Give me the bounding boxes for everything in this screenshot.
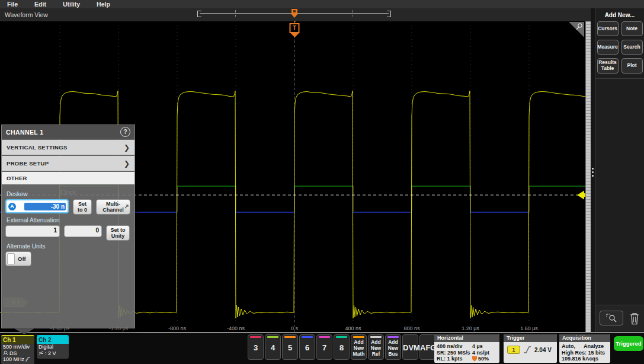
waveform-view-title: Waveform View <box>5 11 48 18</box>
expand-corner-icon <box>124 205 129 209</box>
channel-color-bar <box>387 336 399 338</box>
channel-3-button[interactable]: 3 <box>248 334 264 360</box>
zoom-tool-button[interactable] <box>600 311 623 325</box>
ch2-badge[interactable]: Ch 2 Digital : 2 V <box>37 335 69 359</box>
dvm-button[interactable]: DVM <box>402 334 418 360</box>
button-label: DVM <box>403 343 418 352</box>
ch1-badge[interactable]: Ch 1 500 mV/div DS 100 MHz <box>1 335 34 364</box>
acquisition-panel[interactable]: Acquisition Auto, Analyze High Res: 15 b… <box>559 334 610 363</box>
axis-tick-label: 0 s <box>291 325 298 331</box>
external-attenuation-label: External Attenuation <box>7 217 131 223</box>
horizontal-value: 4 ns/pt <box>472 350 497 356</box>
deskew-input[interactable]: A -30 n <box>5 199 69 213</box>
axis-tick-label: 1.20 µs <box>462 325 479 331</box>
alternate-units-toggle[interactable]: Off <box>5 251 31 266</box>
section-vertical-settings[interactable]: VERTICAL SETTINGS ❯ <box>2 140 134 155</box>
menu-utility[interactable]: Utility <box>63 1 80 8</box>
trigger-body: 1 2.04 V <box>504 342 557 354</box>
horizontal-value: 4 µs <box>472 343 497 350</box>
ch2-header: Ch 2 <box>37 336 69 344</box>
trash-button[interactable] <box>629 311 640 325</box>
ruler-divider <box>353 10 353 17</box>
section-other[interactable]: OTHER <box>2 172 134 184</box>
channel-4-button[interactable]: 4 <box>265 334 281 360</box>
axis-tick-label: 1.60 µs <box>520 325 538 331</box>
trigger-source-badge: 1 <box>507 346 520 354</box>
dialog-titlebar[interactable]: CHANNEL 1 ? <box>2 125 134 139</box>
acquisition-body: Auto, Analyze High Res: 15 bits 109.816 … <box>559 342 610 363</box>
oscilloscope-app: File Edit Utility Help Waveform View Clo… <box>0 0 644 364</box>
trigger-flag[interactable]: T <box>290 21 300 37</box>
axis-tick-label: -400 ns <box>227 325 245 331</box>
channel-color-bar <box>302 336 313 338</box>
threshold-icon <box>39 350 44 356</box>
sidebar-button-note[interactable]: Note <box>621 21 643 36</box>
sidebar-button-plot[interactable]: Plot <box>621 58 643 74</box>
sidebar-button-measure[interactable]: Measure <box>597 40 619 55</box>
section-label: VERTICAL SETTINGS <box>7 144 68 151</box>
axis-tick-label: 800 ns <box>403 325 419 331</box>
channel-color-bar <box>250 336 261 338</box>
horizontal-value: 50% <box>472 356 497 362</box>
afg-button[interactable]: AFG <box>419 334 435 360</box>
help-icon[interactable]: ? <box>120 127 130 137</box>
ch1-scale: 500 mV/div <box>1 344 34 350</box>
button-label: AddNewRef <box>369 339 383 357</box>
vertical-scale-ruler[interactable] <box>585 21 591 332</box>
magnifier-icon <box>575 23 584 31</box>
trigger-position-arrow <box>291 14 298 18</box>
ruler-left-bracket[interactable] <box>197 11 201 17</box>
menu-bar: File Edit Utility Help <box>0 0 644 8</box>
channel-8-button[interactable]: 8 <box>334 334 350 360</box>
channel-7-button[interactable]: 7 <box>316 334 332 360</box>
sidebar-button-search[interactable]: Search <box>621 40 643 55</box>
add-new-ref-button[interactable]: AddNewRef <box>368 334 384 360</box>
rising-edge-icon <box>523 346 531 354</box>
channel-6-button[interactable]: 6 <box>299 334 315 360</box>
panel-divider[interactable] <box>591 8 595 332</box>
set-to-unity-button[interactable]: Set to Unity <box>106 225 130 241</box>
add-new-sidebar: Add New... CursorsNoteMeasureSearchResul… <box>595 8 644 332</box>
dialog-title: CHANNEL 1 <box>6 129 44 136</box>
panel-collapse-handle[interactable] <box>13 328 36 334</box>
channel-5-button[interactable]: 5 <box>282 334 298 360</box>
ch2-threshold: : 2 V <box>45 350 56 357</box>
channel1-dialog: CHANNEL 1 ? VERTICAL SETTINGS ❯ PROBE SE… <box>1 124 135 328</box>
menu-file[interactable]: File <box>7 1 18 8</box>
button-label: 3 <box>248 343 263 352</box>
sidebar-button-cursors[interactable]: Cursors <box>597 21 619 36</box>
toggle-knob <box>7 253 15 264</box>
attenuation-input-2[interactable]: 0 <box>64 225 102 237</box>
timebase-overview-ruler[interactable] <box>197 9 391 18</box>
button-label: AddNewMath <box>351 339 366 357</box>
trigger-panel[interactable]: Trigger 1 2.04 V <box>504 334 557 363</box>
acq-mode: Auto, <box>562 343 575 350</box>
horizontal-body: 400 ns/div4 µsSR: 250 MS/s4 ns/ptRL: 1 k… <box>434 342 499 363</box>
trigger-level-arrow-icon[interactable] <box>577 191 585 200</box>
sidebar-button-results-table[interactable]: Results Table <box>597 58 619 74</box>
button-label: to 0 <box>73 207 91 213</box>
trigger-position-marker-icon[interactable] <box>291 9 298 18</box>
add-new-math-button[interactable]: AddNewMath <box>351 334 367 360</box>
ch2-mode: Digital <box>37 344 69 350</box>
knob-a-icon: A <box>8 203 16 210</box>
deskew-value: -30 n <box>24 203 66 210</box>
channel-color-bar <box>267 336 278 338</box>
attenuation-input-1[interactable]: 1 <box>5 225 60 237</box>
add-new-bus-button[interactable]: AddNewBus <box>385 334 401 360</box>
horizontal-panel[interactable]: Horizontal 400 ns/div4 µsSR: 250 MS/s4 n… <box>434 334 499 363</box>
set-to-zero-button[interactable]: Set to 0 <box>73 199 92 215</box>
trigger-header: Trigger <box>504 334 557 342</box>
section-probe-setup[interactable]: PROBE SETUP ❯ <box>2 156 134 171</box>
trash-icon <box>629 311 640 325</box>
acq-count: 109.816 kAcqs <box>562 356 608 362</box>
multi-channel-button[interactable]: Multi- Channel <box>96 199 130 215</box>
trigger-position-box <box>291 9 297 14</box>
horizontal-value: 400 ns/div <box>437 343 472 350</box>
ruler-right-bracket[interactable] <box>387 11 391 17</box>
menu-edit[interactable]: Edit <box>34 1 46 8</box>
button-label: 6 <box>300 343 315 352</box>
acquisition-header: Acquisition <box>559 334 610 342</box>
menu-help[interactable]: Help <box>97 1 110 8</box>
horizontal-header: Horizontal <box>434 334 499 342</box>
